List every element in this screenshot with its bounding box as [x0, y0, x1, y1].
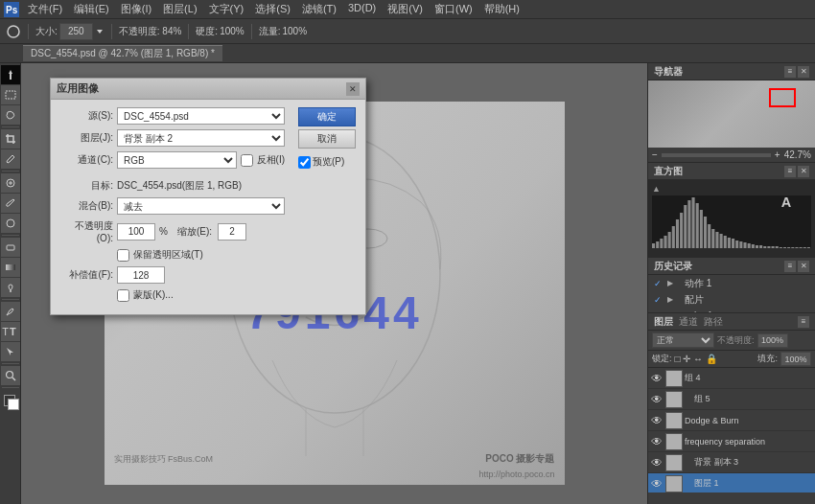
- tool-move[interactable]: [1, 65, 20, 84]
- tool-dodge[interactable]: [1, 278, 20, 297]
- layer-visibility-icon[interactable]: 👁: [650, 393, 664, 406]
- tool-text[interactable]: T T: [1, 322, 20, 341]
- toolbar: 大小: 不透明度: 84% 硬度: 100% 流量: 100%: [0, 19, 815, 44]
- dialog-buttons: 确定 取消 预览(P): [298, 107, 356, 307]
- layers-blend-select[interactable]: 正常: [652, 332, 714, 348]
- layers-opacity-input[interactable]: [757, 333, 788, 348]
- svg-rect-11: [6, 264, 15, 270]
- dialog-close-button[interactable]: ✕: [346, 82, 360, 96]
- layer-item[interactable]: 👁 背景 副本 3: [648, 452, 815, 473]
- cancel-button[interactable]: 取消: [298, 129, 356, 149]
- layers-fill-row: 锁定: □ ✛ ↔ 🔒 填充:: [648, 351, 815, 368]
- menu-filter[interactable]: 滤镜(T): [297, 1, 341, 17]
- tool-crop[interactable]: [1, 129, 20, 149]
- mask-checkbox[interactable]: [117, 289, 129, 302]
- channel-select[interactable]: RGB: [117, 151, 237, 169]
- tool-path-select[interactable]: [1, 342, 20, 361]
- layer-item[interactable]: 👁 组 5: [648, 389, 815, 410]
- layer-visibility-icon[interactable]: 👁: [650, 372, 664, 385]
- layers-tab-channels[interactable]: 通道: [679, 315, 698, 329]
- history-menu-btn[interactable]: ≡: [784, 261, 796, 272]
- blend-select[interactable]: 减去: [117, 197, 285, 215]
- menu-view[interactable]: 视图(V): [383, 1, 428, 17]
- svg-rect-29: [687, 200, 690, 248]
- histogram-controls: ≡ ✕: [784, 166, 809, 177]
- tool-eraser[interactable]: [1, 238, 20, 257]
- layer-item[interactable]: 👁 图层 1: [648, 473, 815, 493]
- history-item[interactable]: ✓ ▶ 配片: [648, 291, 815, 308]
- document-tab[interactable]: DSC_4554.psd @ 42.7% (图层 1, RGB/8) *: [23, 45, 222, 61]
- navigator-menu-btn[interactable]: ≡: [784, 66, 796, 78]
- svg-rect-48: [763, 246, 766, 248]
- watermark-brand: POCO 摄影专题: [485, 452, 554, 466]
- layers-menu-btn[interactable]: ≡: [798, 316, 809, 328]
- histogram-close-btn[interactable]: ✕: [798, 166, 809, 177]
- layers-tab-paths[interactable]: 路径: [704, 315, 723, 329]
- svg-rect-40: [732, 239, 734, 248]
- menu-3d[interactable]: 3D(D): [343, 1, 381, 17]
- layer-item[interactable]: 👁 Dodge & Burn: [648, 410, 815, 431]
- history-item-label: 配片: [677, 293, 704, 307]
- navigator-preview[interactable]: [648, 80, 815, 148]
- dialog-layer-row: 图层(J): 背景 副本 2: [60, 129, 285, 147]
- scale-input[interactable]: [218, 223, 246, 241]
- tool-clone[interactable]: [1, 214, 20, 233]
- invert-checkbox[interactable]: [241, 154, 253, 167]
- navigator-controls: ≡ ✕: [784, 66, 809, 78]
- layer-thumbnail: [665, 370, 683, 387]
- layer-visibility-icon[interactable]: 👁: [650, 435, 664, 448]
- history-item[interactable]: ✓ ▶ 动作 1: [648, 275, 815, 291]
- navigator-zoom-value: 42.7%: [784, 149, 811, 160]
- layer-item[interactable]: 👁 组 4: [648, 368, 815, 389]
- menu-window[interactable]: 窗口(W): [430, 1, 477, 17]
- layer-visibility-icon[interactable]: 👁: [650, 456, 664, 470]
- dialog-main-section: 源(S): DSC_4554.psd 图层(J): 背景 副本 2: [60, 107, 356, 307]
- zoom-in-icon[interactable]: +: [775, 149, 780, 160]
- preview-checkbox[interactable]: [298, 156, 311, 169]
- menu-file[interactable]: 文件(F): [23, 1, 67, 17]
- svg-rect-26: [676, 219, 679, 248]
- svg-rect-35: [711, 229, 714, 248]
- layer-item[interactable]: 👁 frequency separation: [648, 431, 815, 452]
- flow-control: 流量: 100%: [259, 25, 307, 38]
- menu-image[interactable]: 图像(I): [116, 1, 156, 17]
- zoom-out-icon[interactable]: −: [652, 149, 658, 160]
- size-input[interactable]: [59, 23, 93, 40]
- tool-healing[interactable]: [1, 173, 20, 193]
- layer-visibility-icon[interactable]: 👁: [650, 477, 664, 491]
- tool-eyedropper[interactable]: [1, 149, 20, 169]
- svg-rect-46: [756, 245, 758, 248]
- layers-tab-layers[interactable]: 图层: [654, 315, 673, 329]
- navigator-zoom-controls: − + 42.7%: [648, 148, 815, 162]
- history-check-icon: ✓: [652, 279, 664, 288]
- menu-select[interactable]: 选择(S): [250, 1, 295, 17]
- tool-gradient[interactable]: [1, 258, 20, 277]
- layer-select[interactable]: 背景 副本 2: [117, 129, 285, 147]
- layer-visibility-icon[interactable]: 👁: [650, 414, 664, 427]
- fill-input[interactable]: [780, 352, 811, 366]
- tool-pen[interactable]: [1, 302, 20, 321]
- tool-zoom[interactable]: [1, 366, 20, 385]
- history-close-btn[interactable]: ✕: [798, 261, 809, 272]
- menu-text[interactable]: 文字(Y): [204, 1, 249, 17]
- menu-edit[interactable]: 编辑(E): [69, 1, 114, 17]
- opacity-input[interactable]: [117, 223, 155, 241]
- color-swatches[interactable]: [1, 392, 20, 411]
- svg-rect-20: [652, 243, 655, 248]
- layers-panel: 图层 通道 路径 ≡ 正常 不透明度: 锁定: □ ✛ ↔ 🔒 填充: 👁 组 …: [647, 312, 815, 504]
- zoom-slider[interactable]: [662, 153, 771, 157]
- svg-rect-27: [680, 213, 683, 248]
- offset-input[interactable]: [117, 266, 165, 284]
- menu-help[interactable]: 帮助(H): [479, 1, 524, 17]
- menu-layer[interactable]: 图层(L): [158, 1, 201, 17]
- ok-button[interactable]: 确定: [298, 107, 356, 126]
- tool-select-rect[interactable]: [1, 85, 20, 104]
- histogram-menu-btn[interactable]: ≡: [784, 166, 796, 177]
- target-label: 目标:: [60, 179, 113, 193]
- preserve-checkbox[interactable]: [117, 249, 129, 262]
- navigator-close-btn[interactable]: ✕: [798, 66, 809, 78]
- source-select[interactable]: DSC_4554.psd: [117, 107, 285, 125]
- svg-rect-44: [748, 243, 751, 248]
- tool-lasso[interactable]: [1, 105, 20, 125]
- tool-brush[interactable]: [1, 194, 20, 213]
